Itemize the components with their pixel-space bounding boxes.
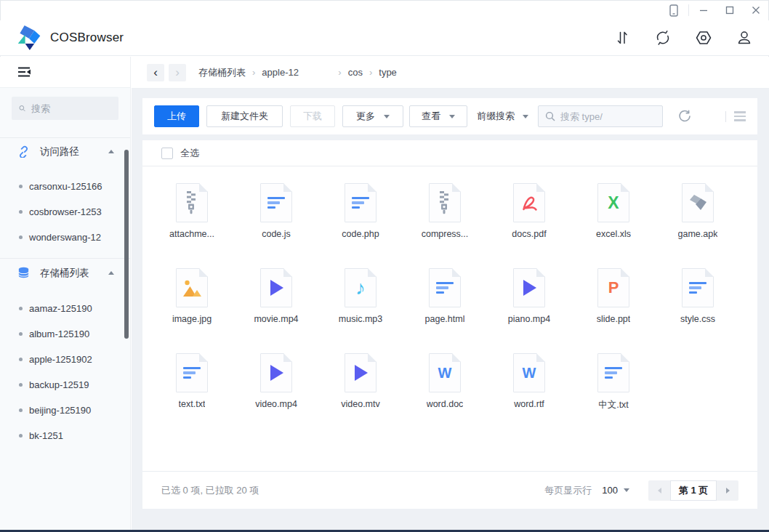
file-item[interactable]: docs.pdf xyxy=(487,183,571,268)
chevron-down-icon xyxy=(384,115,390,118)
settings-icon[interactable] xyxy=(695,29,712,47)
chevron-left-icon xyxy=(658,488,661,493)
file-item[interactable]: Wword.rtf xyxy=(487,353,571,438)
bullet-icon xyxy=(19,358,23,361)
item-label: backup-12519 xyxy=(29,379,89,390)
bullet-icon xyxy=(19,408,23,412)
more-dropdown[interactable]: 更多 xyxy=(342,105,403,127)
file-item[interactable]: Wword.doc xyxy=(403,353,487,438)
user-icon[interactable] xyxy=(736,29,753,47)
bucket-item[interactable]: beijing-125190 xyxy=(0,398,130,423)
upload-button[interactable]: 上传 xyxy=(154,105,199,127)
file-item[interactable]: text.txt xyxy=(150,353,234,438)
file-name: excel.xls xyxy=(596,229,631,239)
file-item[interactable]: attachme... xyxy=(150,183,234,268)
file-item[interactable]: style.css xyxy=(656,268,740,353)
refresh-icon[interactable] xyxy=(678,110,691,123)
item-label: apple-1251902 xyxy=(29,354,92,365)
play-file-icon xyxy=(260,268,292,307)
cosbrowser-logo xyxy=(16,24,42,52)
bullet-icon xyxy=(19,383,23,387)
doc-file-icon xyxy=(429,268,461,307)
sidebar-collapse-row xyxy=(0,57,130,88)
access-path-item[interactable]: wonderswang-12 xyxy=(0,225,130,250)
file-item[interactable]: movie.mp4 xyxy=(234,268,318,353)
prefix-search-dropdown[interactable]: 前缀搜索 xyxy=(477,110,528,123)
breadcrumb-item[interactable]: cos xyxy=(348,67,363,78)
back-button[interactable]: ‹ xyxy=(147,64,164,81)
breadcrumb-item[interactable]: apple-12 xyxy=(262,67,331,78)
bucket-item[interactable]: bk-1251 xyxy=(0,423,130,448)
close-button[interactable] xyxy=(743,0,769,20)
forward-button[interactable]: › xyxy=(169,64,186,81)
file-name: movie.mp4 xyxy=(254,314,298,324)
breadcrumb-item[interactable]: type xyxy=(379,67,397,78)
section-label: 存储桶列表 xyxy=(40,267,89,280)
view-toggle-divider xyxy=(725,111,726,122)
doc-file-icon xyxy=(682,268,714,307)
file-item[interactable]: code.php xyxy=(318,183,403,268)
item-label: beijing-125190 xyxy=(29,405,91,416)
bucket-item[interactable]: aamaz-125190 xyxy=(0,296,130,321)
file-name: 中文.txt xyxy=(598,399,629,411)
select-all-checkbox[interactable] xyxy=(161,148,173,159)
grid-view-icon[interactable] xyxy=(706,111,717,122)
file-name: piano.mp4 xyxy=(508,314,550,324)
doc-file-icon xyxy=(176,353,208,392)
prev-page-button[interactable] xyxy=(648,480,670,501)
access-path-item[interactable]: cosbrowser-1253 xyxy=(0,199,130,225)
file-search-input[interactable] xyxy=(560,111,655,122)
file-item[interactable]: piano.mp4 xyxy=(487,268,571,353)
item-label: bk-1251 xyxy=(29,430,63,441)
access-path-item[interactable]: carsonxu-125166 xyxy=(0,174,130,199)
file-item[interactable]: Pslide.ppt xyxy=(571,268,656,353)
view-dropdown[interactable]: 查看 xyxy=(409,105,467,127)
file-item[interactable]: game.apk xyxy=(656,183,740,268)
bucket-item[interactable]: backup-12519 xyxy=(0,372,130,398)
file-name: game.apk xyxy=(678,229,718,239)
file-item[interactable]: 中文.txt xyxy=(571,353,656,438)
file-item[interactable]: compress... xyxy=(403,183,487,268)
current-page[interactable]: 第 1 页 xyxy=(670,480,717,501)
select-all-row: 全选 xyxy=(142,140,757,166)
maximize-button[interactable] xyxy=(717,0,743,20)
list-view-icon[interactable] xyxy=(734,111,746,121)
collapse-sidebar-icon[interactable] xyxy=(17,65,32,78)
file-item[interactable]: video.mp4 xyxy=(234,353,318,438)
per-page-select[interactable]: 100 xyxy=(602,485,629,496)
collapse-section-icon[interactable] xyxy=(108,271,114,275)
mobile-device-icon[interactable] xyxy=(661,0,687,20)
file-item[interactable]: Xexcel.xls xyxy=(571,183,656,268)
collapse-section-icon[interactable] xyxy=(108,150,114,153)
sidebar-scrollbar[interactable] xyxy=(124,150,129,339)
breadcrumb-separator: › xyxy=(252,67,255,78)
sync-icon[interactable] xyxy=(654,29,672,47)
file-name: code.php xyxy=(342,229,379,239)
file-item[interactable]: image.jpg xyxy=(150,268,234,353)
sidebar-section-buckets[interactable]: 存储桶列表 xyxy=(0,258,130,287)
file-item[interactable]: page.html xyxy=(403,268,487,353)
per-page-value: 100 xyxy=(602,485,618,496)
next-page-button[interactable] xyxy=(717,480,738,501)
access-paths-list: carsonxu-125166cosbrowser-1253wonderswan… xyxy=(0,174,130,250)
file-item[interactable]: code.js xyxy=(234,183,318,268)
file-search-box[interactable] xyxy=(538,105,663,127)
file-name: video.mtv xyxy=(341,399,380,409)
bullet-icon xyxy=(19,434,23,438)
transfers-icon[interactable] xyxy=(613,29,631,47)
word-file-icon: W xyxy=(429,353,461,392)
new-folder-button[interactable]: 新建文件夹 xyxy=(206,105,283,127)
bucket-item[interactable]: album-125190 xyxy=(0,321,130,347)
minimize-button[interactable] xyxy=(691,0,717,20)
file-item[interactable]: ♪music.mp3 xyxy=(318,268,403,353)
sidebar-section-paths[interactable]: 访问路径 xyxy=(0,137,130,165)
chevron-right-icon xyxy=(726,488,730,493)
breadcrumb-item[interactable]: 存储桶列表 xyxy=(198,66,246,79)
file-item[interactable]: video.mtv xyxy=(318,353,403,438)
file-name: video.mp4 xyxy=(255,399,297,409)
sidebar-search-input[interactable] xyxy=(31,103,111,114)
sidebar-search[interactable] xyxy=(12,97,118,120)
item-label: aamaz-125190 xyxy=(29,303,92,314)
file-grid: attachme...code.jscode.phpcompress...doc… xyxy=(150,167,753,471)
bucket-item[interactable]: apple-1251902 xyxy=(0,347,130,372)
